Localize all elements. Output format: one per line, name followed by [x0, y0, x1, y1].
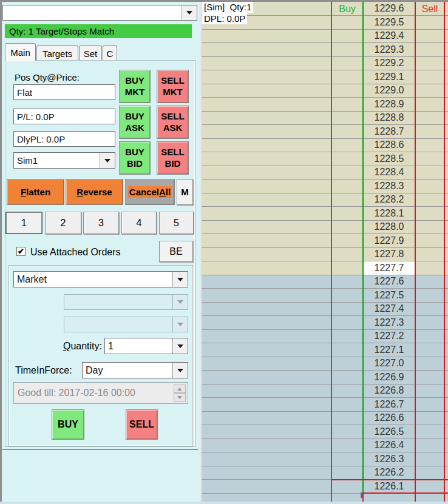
buy-cell[interactable]: [331, 193, 363, 207]
buy-cell[interactable]: [331, 412, 363, 425]
sell-cell[interactable]: [415, 371, 444, 384]
buy-cell[interactable]: [331, 398, 363, 411]
buy-cell[interactable]: [331, 289, 363, 302]
price-cell[interactable]: 1227.3: [363, 316, 415, 329]
buy-cell[interactable]: [331, 248, 363, 261]
sell-cell[interactable]: [415, 112, 444, 125]
price-cell[interactable]: 1229.0: [363, 84, 415, 98]
sell-cell[interactable]: [415, 385, 444, 398]
buy-cell[interactable]: [331, 30, 363, 43]
buy-cell[interactable]: [331, 371, 363, 384]
buy-cell[interactable]: [331, 261, 363, 275]
tab-main[interactable]: Main: [5, 43, 36, 61]
submit-buy-button[interactable]: BUY: [52, 409, 84, 440]
sell-cell[interactable]: [415, 303, 444, 316]
buy-cell[interactable]: [331, 275, 363, 289]
cancel-all-button[interactable]: CancelAll: [125, 179, 175, 205]
sell-mkt-button[interactable]: SELL MKT: [157, 70, 189, 103]
sell-cell[interactable]: [415, 412, 444, 425]
price-cell[interactable]: 1228.4: [363, 166, 415, 180]
buy-cell[interactable]: [331, 221, 363, 234]
buy-cell[interactable]: [331, 98, 363, 111]
sell-cell[interactable]: [415, 248, 444, 261]
price-cell[interactable]: 1227.5: [363, 289, 415, 302]
sell-cell[interactable]: [415, 261, 444, 275]
price-cell[interactable]: 1227.1: [363, 343, 415, 357]
sell-cell[interactable]: [415, 343, 444, 357]
sell-cell[interactable]: [415, 84, 444, 98]
buy-cell[interactable]: [331, 385, 363, 398]
qty-preset-1-button[interactable]: 1: [5, 212, 42, 234]
sell-cell[interactable]: [415, 234, 444, 247]
buy-cell[interactable]: [331, 316, 363, 329]
buy-cell[interactable]: [331, 343, 363, 357]
sell-cell[interactable]: [415, 221, 444, 234]
sell-cell[interactable]: [415, 275, 444, 289]
buy-bid-button[interactable]: BUY BID: [119, 141, 151, 175]
price-cell[interactable]: 1226.3: [363, 452, 415, 466]
price-cell[interactable]: 1228.1: [363, 207, 415, 220]
price-cell[interactable]: 1227.0: [363, 357, 415, 371]
sell-cell[interactable]: [415, 180, 444, 193]
sell-cell[interactable]: [415, 207, 444, 220]
buy-cell[interactable]: [331, 152, 363, 166]
sell-cell[interactable]: [415, 125, 444, 138]
buy-cell[interactable]: [331, 180, 363, 193]
price-cell[interactable]: 1228.0: [363, 221, 415, 234]
price-cell[interactable]: 1226.5: [363, 425, 415, 438]
price-cell[interactable]: 1228.2: [363, 193, 415, 207]
price-cell[interactable]: 1228.6: [363, 139, 415, 152]
price-cell[interactable]: 1227.6: [363, 275, 415, 289]
price-cell[interactable]: 1227.2: [363, 330, 415, 343]
symbol-combo[interactable]: [2, 5, 197, 21]
price-cell[interactable]: 1227.7: [363, 261, 415, 275]
buy-cell[interactable]: [331, 234, 363, 247]
price-cell[interactable]: 1227.9: [363, 234, 415, 247]
qty-preset-3-button[interactable]: 3: [83, 212, 119, 234]
quantity-combo-arrow[interactable]: [172, 338, 188, 354]
buy-cell[interactable]: [331, 425, 363, 438]
sell-cell[interactable]: [415, 152, 444, 166]
sell-cell[interactable]: [415, 166, 444, 180]
sell-cell[interactable]: [415, 193, 444, 207]
sell-cell[interactable]: [415, 57, 444, 70]
qty-preset-2-button[interactable]: 2: [45, 212, 81, 234]
price-cell[interactable]: 1229.1: [363, 70, 415, 84]
dlypl-field[interactable]: [13, 131, 115, 147]
account-combo-arrow[interactable]: [100, 153, 115, 168]
position-field[interactable]: [13, 84, 115, 100]
buy-cell[interactable]: [331, 84, 363, 98]
tab-targets[interactable]: Targets: [36, 45, 78, 61]
buy-cell[interactable]: [331, 16, 363, 29]
sell-cell[interactable]: [415, 425, 444, 438]
account-combo[interactable]: Sim1: [13, 152, 115, 169]
tif-combo[interactable]: Day: [82, 362, 188, 378]
sell-cell[interactable]: [415, 98, 444, 111]
price-cell[interactable]: 1229.3: [363, 43, 415, 56]
sell-cell[interactable]: [415, 30, 444, 43]
sell-cell[interactable]: [415, 16, 444, 29]
tab-set[interactable]: Set: [79, 45, 102, 61]
sell-cell[interactable]: [415, 466, 444, 480]
sell-cell[interactable]: [415, 330, 444, 343]
sell-cell[interactable]: [415, 139, 444, 152]
sell-cell[interactable]: [415, 289, 444, 302]
buy-cell[interactable]: [331, 303, 363, 316]
price-cell[interactable]: 1228.7: [363, 125, 415, 138]
sell-cell[interactable]: [415, 43, 444, 56]
buy-cell[interactable]: [331, 466, 363, 480]
tif-combo-arrow[interactable]: [172, 363, 188, 378]
price-cell[interactable]: 1226.8: [363, 385, 415, 398]
symbol-combo-arrow[interactable]: [182, 5, 197, 20]
price-cell[interactable]: 1229.5: [363, 16, 415, 29]
reverse-button[interactable]: Reverse: [66, 179, 123, 205]
sell-cell[interactable]: [415, 452, 444, 466]
price-cell[interactable]: 1226.1: [363, 480, 415, 493]
price-cell[interactable]: 1226.4: [363, 439, 415, 452]
qty-preset-4-button[interactable]: 4: [121, 212, 157, 234]
price-cell[interactable]: 1229.6: [363, 2, 415, 16]
price-cell[interactable]: 1227.8: [363, 248, 415, 261]
sell-cell[interactable]: [415, 398, 444, 411]
quantity-combo[interactable]: 1: [104, 338, 188, 354]
sell-cell[interactable]: [415, 480, 444, 493]
